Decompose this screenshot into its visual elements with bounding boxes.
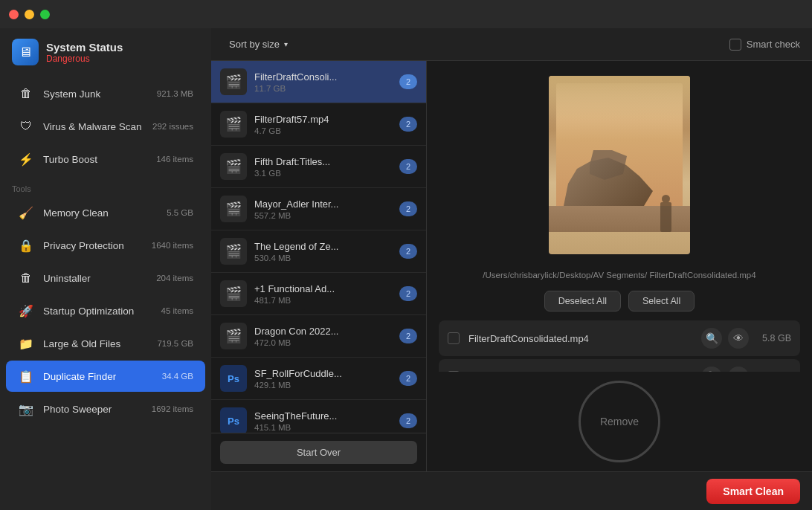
file-list-item[interactable]: Ps SF_RollForCuddle... 429.1 MB 2	[211, 358, 426, 400]
lock-icon: 🔒	[18, 237, 34, 254]
file-duplicate-count: 2	[399, 244, 417, 259]
smart-clean-button[interactable]: Smart Clean	[706, 479, 800, 504]
sidebar-item-badge: 719.5 GB	[157, 339, 193, 348]
deselect-all-button[interactable]: Deselect All	[544, 291, 621, 312]
magnify-icon[interactable]: 🔍	[701, 328, 722, 349]
shield-icon: 🛡	[18, 118, 34, 135]
remove-button[interactable]: Remove	[579, 381, 660, 462]
close-button[interactable]	[9, 10, 19, 19]
tools-section-label: Tools	[0, 175, 211, 196]
file-item-size: 481.7 MB	[254, 296, 392, 305]
file-list-item[interactable]: 🎬 The Legend of Ze... 530.4 MB 2	[211, 230, 426, 273]
preview-actions: Deselect All Select All	[427, 291, 812, 320]
sidebar-item-system-junk[interactable]: 🗑 System Junk 921.3 MB	[6, 78, 205, 109]
file-list-item[interactable]: 🎬 +1 Functional Ad... 481.7 MB 2	[211, 273, 426, 315]
smart-check-area: Smart check	[729, 39, 800, 51]
file-item-info: SF_RollForCuddle... 429.1 MB	[254, 368, 392, 390]
sidebar-item-label: System Junk	[43, 88, 148, 100]
preview-thumbnail	[549, 76, 690, 254]
file-item-info: Mayor_Adler Inter... 557.2 MB	[254, 198, 392, 220]
sort-button[interactable]: Sort by size ▾	[223, 36, 294, 53]
sidebar-item-label: Duplicate Finder	[43, 371, 153, 382]
file-item-size: 4.7 GB	[254, 126, 392, 135]
file-item-info: Dragon Con 2022... 472.0 MB	[254, 326, 392, 347]
sidebar-item-turbo-boost[interactable]: ⚡ Turbo Boost 146 items	[6, 143, 205, 175]
file-item-size: 429.1 MB	[254, 381, 392, 390]
start-over-button[interactable]: Start Over	[220, 441, 417, 464]
dup-row-actions: 🔍 👁	[701, 328, 749, 349]
thumbnail-image	[549, 76, 690, 254]
file-type-icon: 🎬	[220, 238, 247, 265]
sidebar-item-label: Memory Clean	[43, 207, 158, 219]
sidebar-header: 🖥 System Status Dangerous	[0, 28, 211, 77]
sidebar-item-duplicate-finder[interactable]: 📋 Duplicate Finder 34.4 GB	[6, 361, 205, 392]
file-type-icon: 🎬	[220, 323, 247, 349]
smart-check-checkbox[interactable]	[729, 39, 741, 51]
sort-label: Sort by size	[229, 39, 280, 50]
file-list-item[interactable]: 🎬 Mayor_Adler Inter... 557.2 MB 2	[211, 188, 426, 230]
duplicate-row: FilterDraftConsolidated.mp4 🔍 👁 5.8 GB	[439, 359, 800, 372]
sidebar-item-label: Uninstaller	[43, 273, 147, 284]
file-item-size: 557.2 MB	[254, 211, 392, 220]
file-list-item[interactable]: 🎬 Dragon Con 2022... 472.0 MB 2	[211, 315, 426, 358]
select-all-button[interactable]: Select All	[628, 291, 695, 312]
file-type-icon: Ps	[220, 407, 247, 433]
sidebar-item-label: Large & Old Files	[43, 338, 148, 349]
duplicate-rows: FilterDraftConsolidated.mp4 🔍 👁 5.8 GB F…	[427, 320, 812, 372]
sidebar: 🖥 System Status Dangerous 🗑 System Junk …	[0, 28, 211, 510]
file-list-item[interactable]: 🎬 FilterDraft57.mp4 4.7 GB 2	[211, 103, 426, 146]
file-list-item[interactable]: Ps SeeingTheFuture... 415.1 MB 2	[211, 400, 426, 433]
sidebar-item-label: Startup Optimization	[43, 306, 152, 317]
sidebar-item-startup-optimization[interactable]: 🚀 Startup Optimization 45 items	[6, 295, 205, 326]
remove-circle-area: Remove	[427, 372, 812, 471]
sidebar-item-photo-sweeper[interactable]: 📷 Photo Sweeper 1692 items	[6, 393, 205, 425]
file-list-pane: 🎬 FilterDraftConsoli... 11.7 GB 2 🎬 Filt…	[211, 61, 427, 471]
rocket-icon: 🚀	[18, 303, 34, 319]
sidebar-item-label: Turbo Boost	[43, 154, 147, 165]
file-list-item[interactable]: 🎬 FilterDraftConsoli... 11.7 GB 2	[211, 61, 426, 103]
magnify-icon[interactable]: 🔍	[701, 367, 722, 372]
sort-chevron-icon: ▾	[284, 40, 288, 48]
file-item-name: The Legend of Ze...	[254, 241, 392, 252]
file-item-name: SF_RollForCuddle...	[254, 368, 392, 379]
sidebar-item-badge: 146 items	[156, 155, 193, 164]
file-item-name: FilterDraftConsoli...	[254, 71, 392, 83]
sidebar-item-virus-malware-scan[interactable]: 🛡 Virus & Malware Scan 292 issues	[6, 111, 205, 142]
sidebar-item-badge: 5.5 GB	[167, 208, 193, 217]
file-item-name: Fifth Draft:Titles...	[254, 156, 392, 167]
file-type-icon: 🎬	[220, 68, 247, 95]
file-duplicate-count: 2	[399, 74, 417, 89]
eye-icon[interactable]: 👁	[728, 367, 749, 372]
file-list-item[interactable]: 🎬 Fifth Draft:Titles... 3.1 GB 2	[211, 146, 426, 188]
file-item-size: 472.0 MB	[254, 338, 392, 347]
sidebar-item-large-old-files[interactable]: 📁 Large & Old Files 719.5 GB	[6, 328, 205, 359]
smart-check-label: Smart check	[747, 39, 800, 50]
minimize-button[interactable]	[25, 10, 34, 19]
file-item-size: 3.1 GB	[254, 169, 392, 178]
file-item-size: 415.1 MB	[254, 423, 392, 432]
dup-row-filename: FilterDraftConsolidated.mp4	[468, 333, 692, 344]
file-item-size: 530.4 MB	[254, 254, 392, 262]
sidebar-item-label: Privacy Protection	[43, 240, 143, 251]
sidebar-item-badge: 292 issues	[152, 122, 193, 131]
sidebar-item-uninstaller[interactable]: 🗑 Uninstaller 204 items	[6, 262, 205, 294]
file-duplicate-count: 2	[399, 371, 417, 386]
file-duplicate-count: 2	[399, 329, 417, 343]
preview-image-area	[427, 61, 812, 269]
dup-row-actions: 🔍 👁	[701, 367, 749, 372]
file-item-name: FilterDraft57.mp4	[254, 114, 392, 125]
broom-icon: 🧹	[18, 204, 34, 221]
dup-row-size: 5.8 GB	[758, 333, 791, 343]
fullscreen-button[interactable]	[40, 10, 50, 19]
file-type-icon: 🎬	[220, 153, 247, 180]
sidebar-item-privacy-protection[interactable]: 🔒 Privacy Protection 1640 items	[6, 230, 205, 261]
sidebar-item-memory-clean[interactable]: 🧹 Memory Clean 5.5 GB	[6, 197, 205, 228]
sidebar-item-badge: 34.4 GB	[162, 372, 193, 381]
eye-icon[interactable]: 👁	[728, 328, 749, 349]
preview-file-path: /Users/chrisbarylick/Desktop/AV Segments…	[427, 269, 812, 291]
brand-icon: 🖥	[12, 39, 39, 65]
file-item-info: Fifth Draft:Titles... 3.1 GB	[254, 156, 392, 178]
dup-row-checkbox[interactable]	[448, 332, 460, 344]
file-item-info: The Legend of Ze... 530.4 MB	[254, 241, 392, 262]
brand-title: System Status	[46, 41, 123, 54]
